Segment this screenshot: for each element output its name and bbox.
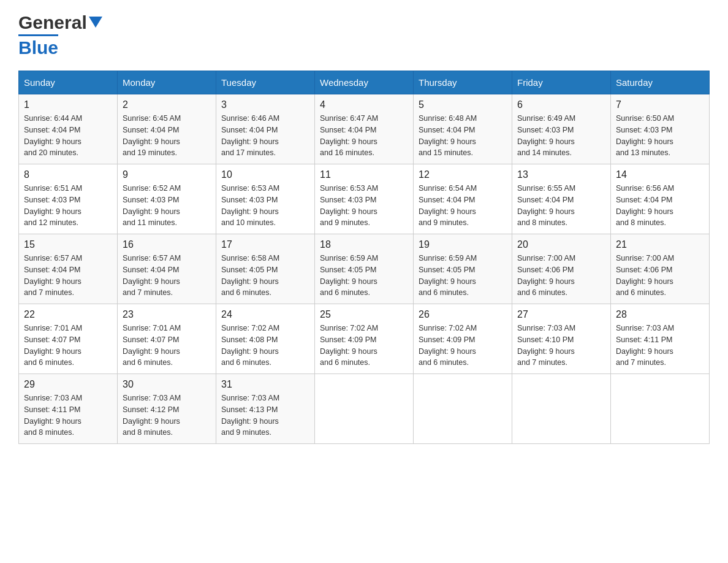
calendar-cell: 19 Sunrise: 6:59 AM Sunset: 4:05 PM Dayl… [414,234,512,304]
day-number: 27 [517,309,605,320]
day-number: 15 [24,239,112,250]
header-cell-saturday: Saturday [611,71,710,94]
calendar-cell: 7 Sunrise: 6:50 AM Sunset: 4:03 PM Dayli… [611,94,710,164]
calendar-cell: 25 Sunrise: 7:02 AM Sunset: 4:09 PM Dayl… [315,304,414,374]
calendar-cell: 21 Sunrise: 7:00 AM Sunset: 4:06 PM Dayl… [611,234,710,304]
calendar-cell: 10 Sunrise: 6:53 AM Sunset: 4:03 PM Dayl… [216,164,315,234]
day-info: Sunrise: 7:00 AM Sunset: 4:06 PM Dayligh… [616,253,704,299]
day-number: 31 [221,379,309,390]
header-cell-thursday: Thursday [414,71,512,94]
calendar-cell: 8 Sunrise: 6:51 AM Sunset: 4:03 PM Dayli… [19,164,118,234]
day-info: Sunrise: 6:46 AM Sunset: 4:04 PM Dayligh… [221,113,309,159]
calendar-cell: 9 Sunrise: 6:52 AM Sunset: 4:03 PM Dayli… [118,164,216,234]
calendar-cell: 4 Sunrise: 6:47 AM Sunset: 4:04 PM Dayli… [315,94,414,164]
day-number: 24 [221,309,309,320]
calendar-cell: 14 Sunrise: 6:56 AM Sunset: 4:04 PM Dayl… [611,164,710,234]
day-info: Sunrise: 6:47 AM Sunset: 4:04 PM Dayligh… [320,113,408,159]
day-info: Sunrise: 7:03 AM Sunset: 4:12 PM Dayligh… [123,393,211,439]
day-info: Sunrise: 6:57 AM Sunset: 4:04 PM Dayligh… [24,253,112,299]
day-info: Sunrise: 6:59 AM Sunset: 4:05 PM Dayligh… [320,253,408,299]
header-cell-friday: Friday [512,71,611,94]
day-info: Sunrise: 6:55 AM Sunset: 4:04 PM Dayligh… [517,183,605,229]
day-number: 29 [24,379,112,390]
svg-marker-0 [89,17,102,28]
day-info: Sunrise: 7:03 AM Sunset: 4:10 PM Dayligh… [517,323,605,369]
calendar-cell [512,374,611,444]
day-number: 16 [123,239,211,250]
day-info: Sunrise: 6:51 AM Sunset: 4:03 PM Dayligh… [24,183,112,229]
calendar-cell: 5 Sunrise: 6:48 AM Sunset: 4:04 PM Dayli… [414,94,512,164]
calendar-cell: 28 Sunrise: 7:03 AM Sunset: 4:11 PM Dayl… [611,304,710,374]
calendar-cell: 18 Sunrise: 6:59 AM Sunset: 4:05 PM Dayl… [315,234,414,304]
day-info: Sunrise: 7:03 AM Sunset: 4:11 PM Dayligh… [616,323,704,369]
calendar-week-row: 8 Sunrise: 6:51 AM Sunset: 4:03 PM Dayli… [19,164,710,234]
header-cell-wednesday: Wednesday [315,71,414,94]
day-info: Sunrise: 7:02 AM Sunset: 4:09 PM Dayligh… [320,323,408,369]
day-number: 26 [419,309,507,320]
calendar-week-row: 29 Sunrise: 7:03 AM Sunset: 4:11 PM Dayl… [19,374,710,444]
day-info: Sunrise: 6:44 AM Sunset: 4:04 PM Dayligh… [24,113,112,159]
day-number: 28 [616,309,704,320]
day-number: 18 [320,239,408,250]
header-cell-tuesday: Tuesday [216,71,315,94]
header-cell-monday: Monday [118,71,216,94]
day-number: 21 [616,239,704,250]
day-number: 10 [221,169,309,180]
day-number: 22 [24,309,112,320]
calendar-cell: 16 Sunrise: 6:57 AM Sunset: 4:04 PM Dayl… [118,234,216,304]
calendar-cell [315,374,414,444]
day-number: 5 [419,99,507,110]
calendar-table: SundayMondayTuesdayWednesdayThursdayFrid… [18,71,710,444]
day-info: Sunrise: 7:01 AM Sunset: 4:07 PM Dayligh… [123,323,211,369]
day-number: 4 [320,99,408,110]
logo: General Blue [18,12,102,58]
logo-arrow-icon [89,17,102,28]
calendar-cell: 27 Sunrise: 7:03 AM Sunset: 4:10 PM Dayl… [512,304,611,374]
calendar-cell: 17 Sunrise: 6:58 AM Sunset: 4:05 PM Dayl… [216,234,315,304]
calendar-cell: 22 Sunrise: 7:01 AM Sunset: 4:07 PM Dayl… [19,304,118,374]
calendar-cell: 29 Sunrise: 7:03 AM Sunset: 4:11 PM Dayl… [19,374,118,444]
day-info: Sunrise: 7:00 AM Sunset: 4:06 PM Dayligh… [517,253,605,299]
day-info: Sunrise: 6:59 AM Sunset: 4:05 PM Dayligh… [419,253,507,299]
day-info: Sunrise: 6:53 AM Sunset: 4:03 PM Dayligh… [221,183,309,229]
day-number: 1 [24,99,112,110]
logo-general-text: General [18,12,87,33]
calendar-week-row: 22 Sunrise: 7:01 AM Sunset: 4:07 PM Dayl… [19,304,710,374]
calendar-cell: 3 Sunrise: 6:46 AM Sunset: 4:04 PM Dayli… [216,94,315,164]
day-info: Sunrise: 7:03 AM Sunset: 4:13 PM Dayligh… [221,393,309,439]
day-info: Sunrise: 6:52 AM Sunset: 4:03 PM Dayligh… [123,183,211,229]
calendar-cell: 1 Sunrise: 6:44 AM Sunset: 4:04 PM Dayli… [19,94,118,164]
calendar-week-row: 15 Sunrise: 6:57 AM Sunset: 4:04 PM Dayl… [19,234,710,304]
calendar-week-row: 1 Sunrise: 6:44 AM Sunset: 4:04 PM Dayli… [19,94,710,164]
day-info: Sunrise: 6:58 AM Sunset: 4:05 PM Dayligh… [221,253,309,299]
calendar-cell: 30 Sunrise: 7:03 AM Sunset: 4:12 PM Dayl… [118,374,216,444]
day-info: Sunrise: 6:57 AM Sunset: 4:04 PM Dayligh… [123,253,211,299]
day-number: 8 [24,169,112,180]
header-row: SundayMondayTuesdayWednesdayThursdayFrid… [19,71,710,94]
calendar-cell: 26 Sunrise: 7:02 AM Sunset: 4:09 PM Dayl… [414,304,512,374]
calendar-header: SundayMondayTuesdayWednesdayThursdayFrid… [19,71,710,94]
calendar-cell: 24 Sunrise: 7:02 AM Sunset: 4:08 PM Dayl… [216,304,315,374]
day-number: 23 [123,309,211,320]
day-number: 7 [616,99,704,110]
day-info: Sunrise: 6:54 AM Sunset: 4:04 PM Dayligh… [419,183,507,229]
day-number: 14 [616,169,704,180]
day-number: 19 [419,239,507,250]
calendar-cell [611,374,710,444]
day-number: 2 [123,99,211,110]
page-header: General Blue [18,12,710,58]
day-info: Sunrise: 6:45 AM Sunset: 4:04 PM Dayligh… [123,113,211,159]
day-info: Sunrise: 7:02 AM Sunset: 4:09 PM Dayligh… [419,323,507,369]
day-number: 12 [419,169,507,180]
calendar-cell: 15 Sunrise: 6:57 AM Sunset: 4:04 PM Dayl… [19,234,118,304]
calendar-cell [414,374,512,444]
day-number: 3 [221,99,309,110]
day-number: 25 [320,309,408,320]
day-number: 20 [517,239,605,250]
day-info: Sunrise: 6:53 AM Sunset: 4:03 PM Dayligh… [320,183,408,229]
calendar-cell: 23 Sunrise: 7:01 AM Sunset: 4:07 PM Dayl… [118,304,216,374]
calendar-cell: 6 Sunrise: 6:49 AM Sunset: 4:03 PM Dayli… [512,94,611,164]
logo-blue-text: Blue [18,37,58,58]
day-info: Sunrise: 7:01 AM Sunset: 4:07 PM Dayligh… [24,323,112,369]
day-info: Sunrise: 6:50 AM Sunset: 4:03 PM Dayligh… [616,113,704,159]
